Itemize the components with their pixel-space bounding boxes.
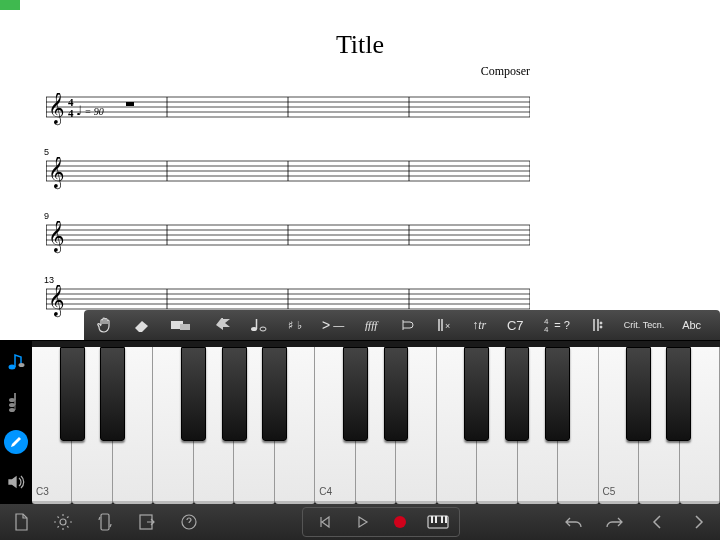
svg-rect-68: [441, 516, 443, 523]
accidentals-picker[interactable]: ♯ ♭: [286, 310, 304, 340]
svg-text:𝄞: 𝄞: [48, 93, 65, 126]
bottom-toolbar: [0, 504, 720, 540]
black-key[interactable]: [100, 347, 125, 441]
svg-rect-69: [445, 516, 447, 523]
record-icon: [394, 516, 406, 528]
rotate-device-button[interactable]: [94, 511, 116, 533]
score-title[interactable]: Title: [0, 30, 720, 60]
black-key[interactable]: [626, 347, 651, 441]
svg-point-55: [600, 326, 602, 328]
svg-point-50: [260, 327, 266, 331]
help-button[interactable]: [178, 511, 200, 533]
measure-number: 5: [44, 147, 49, 157]
svg-point-59: [9, 403, 15, 407]
time-signature-tool[interactable]: 44 = ?: [542, 310, 570, 340]
piano-keyboard[interactable]: C3C4C5: [32, 340, 720, 504]
black-key[interactable]: [384, 347, 409, 441]
clef-tool[interactable]: [398, 310, 416, 340]
ornaments-picker[interactable]: ↑tr: [470, 310, 488, 340]
lyrics-tool[interactable]: Abc: [682, 310, 701, 340]
note-duration-picker[interactable]: [250, 310, 268, 340]
note-input-mode[interactable]: [4, 350, 28, 374]
svg-rect-66: [431, 516, 433, 523]
swap-tool[interactable]: [214, 310, 232, 340]
status-indicator: [0, 0, 20, 10]
svg-point-57: [19, 363, 25, 367]
black-key[interactable]: [262, 347, 287, 441]
settings-button[interactable]: [52, 511, 74, 533]
black-key[interactable]: [222, 347, 247, 441]
sound-toggle[interactable]: [4, 470, 28, 494]
svg-rect-62: [101, 514, 109, 530]
barline-tool[interactable]: ×: [434, 310, 452, 340]
export-button[interactable]: [136, 511, 158, 533]
svg-text:𝄞: 𝄞: [48, 221, 65, 254]
key-label: C5: [603, 486, 616, 497]
black-key[interactable]: [464, 347, 489, 441]
staff-row[interactable]: 𝄞44: [46, 93, 530, 129]
svg-point-61: [60, 519, 66, 525]
eraser-tool[interactable]: [132, 310, 152, 340]
keyboard-toggle-button[interactable]: [427, 511, 449, 533]
svg-rect-13: [126, 102, 134, 106]
key-label: C4: [319, 486, 332, 497]
black-key[interactable]: [666, 347, 691, 441]
new-document-button[interactable]: [10, 511, 32, 533]
note-entry-toolbar: ♯ ♭ >— ffff × ↑tr C7 44 = ? Crit. Tecn. …: [84, 310, 720, 340]
svg-text:×: ×: [445, 321, 450, 331]
prev-page-button[interactable]: [646, 511, 668, 533]
staff-row[interactable]: 9𝄞: [46, 221, 530, 257]
score-composer[interactable]: Composer: [0, 64, 720, 79]
staff-row[interactable]: 5𝄞: [46, 157, 530, 193]
pencil-mode[interactable]: [4, 430, 28, 454]
dynamics-picker[interactable]: ffff: [362, 310, 380, 340]
svg-text:𝄞: 𝄞: [48, 157, 65, 190]
chord-input-mode[interactable]: [4, 390, 28, 414]
repeat-barline-tool[interactable]: [588, 310, 606, 340]
svg-text:4: 4: [68, 107, 74, 119]
svg-text:4: 4: [544, 325, 549, 333]
svg-rect-48: [180, 324, 190, 330]
technique-text-tool[interactable]: Crit. Tecn.: [624, 310, 664, 340]
next-page-button[interactable]: [688, 511, 710, 533]
play-button[interactable]: [351, 511, 373, 533]
transport-controls: [302, 507, 460, 537]
record-button[interactable]: [389, 511, 411, 533]
svg-rect-67: [435, 516, 437, 523]
hand-tool[interactable]: [96, 310, 114, 340]
svg-text:𝄞: 𝄞: [48, 285, 65, 318]
undo-button[interactable]: [562, 511, 584, 533]
rewind-button[interactable]: [313, 511, 335, 533]
black-key[interactable]: [60, 347, 85, 441]
black-key[interactable]: [343, 347, 368, 441]
key-label: C3: [36, 486, 49, 497]
redo-button[interactable]: [604, 511, 626, 533]
measure-number: 13: [44, 275, 54, 285]
black-key[interactable]: [505, 347, 530, 441]
measure-number: 9: [44, 211, 49, 221]
svg-point-60: [9, 408, 15, 412]
black-key[interactable]: [545, 347, 570, 441]
chord-symbol-tool[interactable]: C7: [506, 310, 524, 340]
black-key[interactable]: [181, 347, 206, 441]
svg-point-54: [600, 322, 602, 324]
svg-point-58: [9, 398, 15, 402]
input-mode-rail: [0, 340, 32, 504]
articulation-accent[interactable]: >—: [322, 310, 344, 340]
selection-tool[interactable]: [170, 310, 196, 340]
